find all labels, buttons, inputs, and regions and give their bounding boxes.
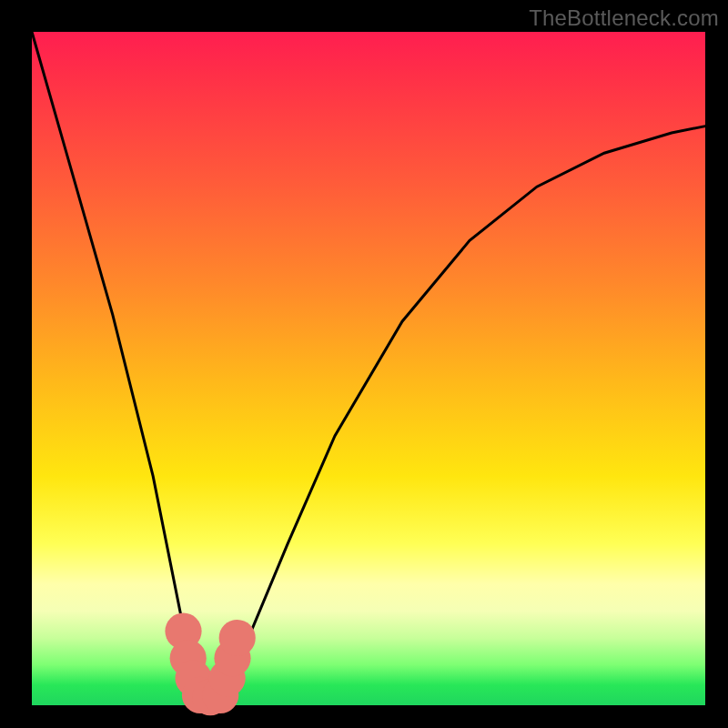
bottleneck-curve [32,32,705,699]
plot-area [32,32,705,705]
marker-group [165,613,255,716]
watermark-text: TheBottleneck.com [529,5,719,31]
right-dot-3 [219,620,256,656]
chart-frame: TheBottleneck.com [0,0,728,728]
curve-svg [32,32,705,705]
